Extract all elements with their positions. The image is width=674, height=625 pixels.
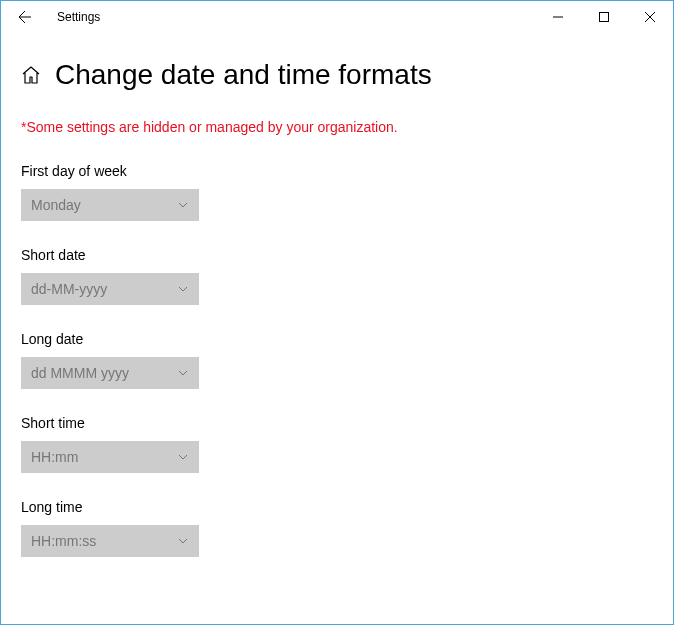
short-date-dropdown[interactable]: dd-MM-yyyy <box>21 273 199 305</box>
chevron-down-icon <box>177 367 189 379</box>
maximize-icon <box>599 12 609 22</box>
short-time-dropdown[interactable]: HH:mm <box>21 441 199 473</box>
first-day-field: First day of week Monday <box>21 163 653 221</box>
org-warning: *Some settings are hidden or managed by … <box>21 119 653 135</box>
minimize-icon <box>553 12 563 22</box>
back-button[interactable] <box>9 1 41 33</box>
maximize-button[interactable] <box>581 1 627 33</box>
window-controls <box>535 1 673 33</box>
page-title: Change date and time formats <box>55 59 432 91</box>
long-date-field: Long date dd MMMM yyyy <box>21 331 653 389</box>
chevron-down-icon <box>177 283 189 295</box>
long-date-label: Long date <box>21 331 653 347</box>
short-date-label: Short date <box>21 247 653 263</box>
content-area: Change date and time formats *Some setti… <box>1 33 673 603</box>
page-header: Change date and time formats <box>21 59 653 91</box>
home-icon <box>21 65 41 85</box>
chevron-down-icon <box>177 451 189 463</box>
short-date-value: dd-MM-yyyy <box>31 281 107 297</box>
chevron-down-icon <box>177 535 189 547</box>
first-day-value: Monday <box>31 197 81 213</box>
titlebar: Settings <box>1 1 673 33</box>
long-time-field: Long time HH:mm:ss <box>21 499 653 557</box>
chevron-down-icon <box>177 199 189 211</box>
window-title: Settings <box>57 10 100 24</box>
short-date-field: Short date dd-MM-yyyy <box>21 247 653 305</box>
long-time-value: HH:mm:ss <box>31 533 96 549</box>
long-time-dropdown[interactable]: HH:mm:ss <box>21 525 199 557</box>
arrow-left-icon <box>17 9 33 25</box>
short-time-value: HH:mm <box>31 449 78 465</box>
home-button[interactable] <box>21 65 41 85</box>
first-day-dropdown[interactable]: Monday <box>21 189 199 221</box>
close-icon <box>645 12 655 22</box>
short-time-field: Short time HH:mm <box>21 415 653 473</box>
long-date-value: dd MMMM yyyy <box>31 365 129 381</box>
short-time-label: Short time <box>21 415 653 431</box>
first-day-label: First day of week <box>21 163 653 179</box>
minimize-button[interactable] <box>535 1 581 33</box>
long-date-dropdown[interactable]: dd MMMM yyyy <box>21 357 199 389</box>
long-time-label: Long time <box>21 499 653 515</box>
svg-rect-0 <box>600 13 609 22</box>
close-button[interactable] <box>627 1 673 33</box>
